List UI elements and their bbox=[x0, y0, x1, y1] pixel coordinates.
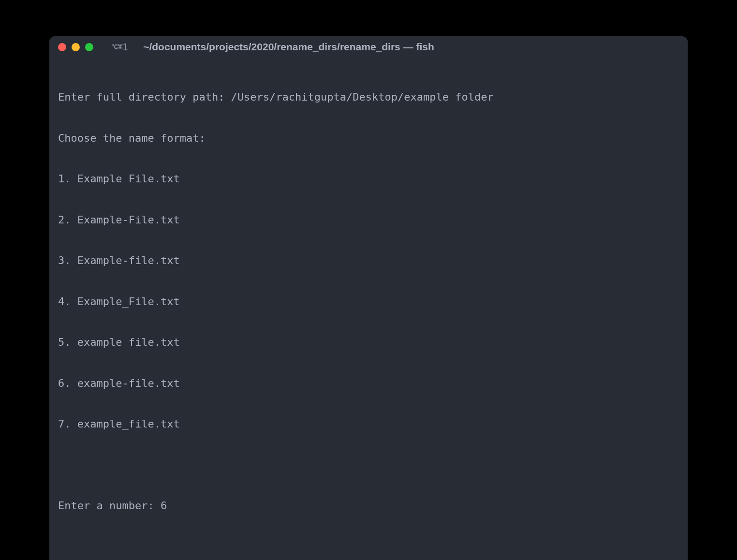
output-line: 3. Example-file.txt bbox=[58, 254, 679, 267]
output-line: Enter a number: 6 bbox=[58, 499, 679, 513]
titlebar[interactable]: ⌥⌘1 ~/documents/projects/2020/rename_dir… bbox=[49, 36, 688, 58]
shortcut-label: ⌥⌘1 bbox=[112, 41, 128, 53]
output-line: 1. Example File.txt bbox=[58, 172, 679, 186]
output-line: 4. Example_File.txt bbox=[58, 295, 679, 309]
close-icon[interactable] bbox=[58, 43, 66, 51]
output-line bbox=[58, 540, 679, 553]
maximize-icon[interactable] bbox=[85, 43, 93, 51]
terminal-window: ⌥⌘1 ~/documents/projects/2020/rename_dir… bbox=[49, 36, 688, 560]
minimize-icon[interactable] bbox=[72, 43, 80, 51]
terminal-output[interactable]: Enter full directory path: /Users/rachit… bbox=[49, 58, 688, 560]
output-line bbox=[58, 458, 679, 472]
output-line: 6. example-file.txt bbox=[58, 377, 679, 390]
traffic-lights bbox=[58, 43, 93, 51]
window-title: ~/documents/projects/2020/rename_dirs/re… bbox=[143, 41, 434, 53]
output-line: 5. example file.txt bbox=[58, 336, 679, 349]
output-line: 7. example_file.txt bbox=[58, 417, 679, 431]
output-line: Choose the name format: bbox=[58, 132, 679, 145]
output-line: 2. Example-File.txt bbox=[58, 213, 679, 227]
output-line: Enter full directory path: /Users/rachit… bbox=[58, 90, 679, 104]
